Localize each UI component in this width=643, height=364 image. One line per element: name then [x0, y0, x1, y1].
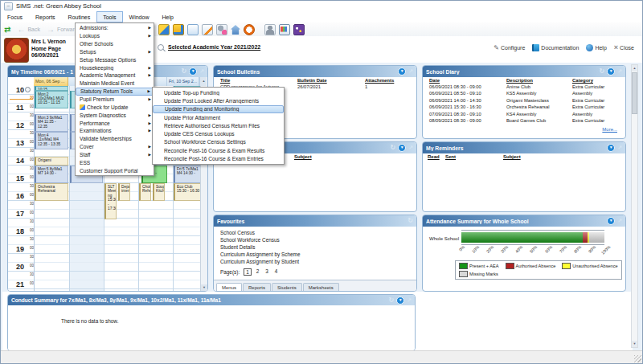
favourites-tab[interactable]: Menus: [216, 283, 242, 291]
toolbar-icon[interactable]: [173, 24, 184, 35]
diary-row[interactable]: 06/09/2021 15:30 - 16:30 Orchestra Rehea…: [423, 104, 625, 111]
forward-button[interactable]: → Forward: [47, 25, 78, 34]
refresh-icon[interactable]: ↻: [599, 68, 604, 75]
timeline-event[interactable]: Eco Club 15:30 - 16:30: [174, 183, 202, 201]
timeline-event[interactable]: Depar tment: [118, 183, 130, 201]
timeline-day-header[interactable]: Fri, 10 Sep 2...: [167, 77, 199, 86]
chevron-down-icon[interactable]: ▼: [607, 144, 615, 152]
tools-menu-item[interactable]: Staff ▶: [76, 151, 154, 159]
close-button[interactable]: ×Close: [614, 43, 634, 51]
scrollbar-thumb[interactable]: [632, 72, 637, 114]
column-header[interactable]: Description: [506, 78, 533, 83]
tools-menu-item[interactable]: System Diagnostics ▶: [76, 111, 154, 119]
popout-icon[interactable]: ↗: [199, 68, 204, 75]
toolbar-icon[interactable]: [158, 24, 170, 35]
favourites-tab[interactable]: Marksheets: [303, 283, 339, 291]
tools-menu-item[interactable]: Statutory Return Tools ▶: [76, 88, 154, 96]
menubar-item[interactable]: Focus: [1, 11, 29, 22]
column-header[interactable]: Date: [429, 78, 440, 83]
refresh-icon[interactable]: ↻: [390, 145, 395, 151]
diary-row[interactable]: 06/09/2021 08:50 - 09:10 KS5 Assembly As…: [423, 91, 625, 97]
chevron-down-icon[interactable]: ▼: [189, 67, 197, 76]
menubar-item[interactable]: Tools: [96, 11, 122, 22]
favourite-link[interactable]: School Workforce Census: [220, 237, 300, 244]
submenu-item[interactable]: School Workforce Census Settings: [153, 138, 284, 146]
column-header[interactable]: Bulletin Date: [297, 78, 327, 83]
toolbar-icon[interactable]: [187, 24, 199, 35]
tools-menu-item[interactable]: Admissions: ▶: [76, 24, 154, 32]
refresh-icon[interactable]: ↻: [181, 68, 186, 75]
refresh-icon[interactable]: ↻: [388, 297, 394, 304]
chevron-down-icon[interactable]: ▼: [398, 67, 406, 76]
tools-menu-item[interactable]: Lookups ▶: [76, 32, 154, 40]
scroll-down-button[interactable]: ▼: [632, 341, 637, 347]
tools-menu-item[interactable]: Check for Update ▶: [76, 103, 154, 111]
toolbar-icon[interactable]: [202, 24, 213, 35]
tools-menu-item[interactable]: Validate Memberships ▶: [76, 135, 154, 143]
favourite-link[interactable]: Curriculum Assignment by Scheme: [220, 252, 300, 259]
submenu-item[interactable]: Reconcile Post-16 Course & Exam Entries: [153, 154, 284, 162]
tools-menu-item[interactable]: Customer Support Portal ▶: [76, 166, 154, 174]
diary-row[interactable]: 06/09/2021 14:00 - 14:30 Origami Masterc…: [423, 98, 625, 104]
documentation-button[interactable]: Documentation: [532, 44, 579, 51]
column-header[interactable]: Subject: [503, 154, 521, 159]
submenu-item[interactable]: Reconcile Post-16 Course & Exam Results: [153, 146, 284, 154]
tools-menu-item[interactable]: Academic Management ▶: [76, 72, 154, 80]
chevron-down-icon[interactable]: ▼: [607, 217, 615, 225]
page-number[interactable]: 2: [255, 268, 261, 276]
scroll-up-button[interactable]: ▲: [199, 77, 207, 86]
timeline-day-header[interactable]: Mon, 06 Sep ...: [34, 77, 68, 86]
submenu-item[interactable]: Update CES Census Lookups: [153, 129, 284, 137]
tools-menu-item[interactable]: Setup Message Options ▶: [76, 55, 154, 63]
timeline-event[interactable]: Mon:3 9x/Ma1 M4 11:35 - 12:35: [35, 114, 68, 132]
favourites-tab[interactable]: Students: [272, 283, 302, 291]
tools-menu-item[interactable]: Examinations ▶: [76, 127, 154, 135]
scroll-down-button[interactable]: ▼: [201, 284, 207, 291]
toolbar-icon[interactable]: [244, 24, 255, 35]
timeline-event[interactable]: Mon:2 10x2/Ma1 MU2 10:15 - 11:15: [35, 91, 68, 108]
submenu-item[interactable]: Update Top-up Funding: [153, 88, 284, 96]
chevron-down-icon[interactable]: ▼: [398, 144, 406, 152]
scroll-up-button[interactable]: ▲: [632, 65, 637, 72]
refresh-icon[interactable]: ↻: [408, 218, 413, 224]
popout-icon[interactable]: ↗: [617, 68, 622, 75]
popout-icon[interactable]: ↗: [408, 68, 413, 75]
diary-row[interactable]: 08/09/2021 08:30 - 09:00 Board Games Clu…: [423, 118, 625, 125]
popout-icon[interactable]: ↗: [408, 145, 413, 151]
resize-grip[interactable]: [634, 355, 641, 362]
toolbar-icon[interactable]: [216, 24, 227, 35]
help-button[interactable]: Help: [586, 44, 606, 51]
diary-row[interactable]: 06/09/2021 08:30 - 09:00 Anime Club Extr…: [423, 84, 625, 91]
submenu-item[interactable]: Update Funding and Monitoring: [153, 105, 284, 113]
tools-menu-item[interactable]: Performance ▶: [76, 119, 154, 127]
favourite-link[interactable]: Student Details: [220, 244, 300, 252]
favourite-link[interactable]: Curriculum Assignment by Student: [220, 259, 300, 266]
column-header[interactable]: Subject: [294, 154, 312, 159]
page-scrollbar[interactable]: ▲ ▼: [631, 64, 638, 348]
chevron-down-icon[interactable]: ▼: [396, 297, 404, 305]
timeline-event[interactable]: Soup Kitche: [153, 183, 165, 201]
submenu-item[interactable]: Update Post Looked After Arrangements: [153, 96, 284, 104]
tools-menu-item[interactable]: ESS ▶: [76, 158, 154, 166]
toolbar-icon[interactable]: [231, 25, 240, 35]
page-number[interactable]: 4: [273, 268, 280, 276]
menubar-item[interactable]: Routines: [62, 11, 97, 22]
column-header[interactable]: Category: [572, 78, 593, 83]
chevron-down-icon[interactable]: ▼: [607, 67, 615, 76]
tools-menu-item[interactable]: Setups ▶: [76, 48, 154, 56]
favourite-link[interactable]: School Census: [220, 230, 300, 237]
timeline-event[interactable]: Origami: [35, 157, 68, 166]
toolbar-icon[interactable]: [293, 24, 305, 35]
page-number[interactable]: 1: [244, 268, 252, 276]
tools-menu-item[interactable]: Cover ▶: [76, 143, 154, 151]
academic-year-link[interactable]: Selected Academic Year 2021/2022: [168, 44, 260, 50]
favourites-tab[interactable]: Reports: [243, 283, 271, 291]
column-header[interactable]: Sent: [445, 154, 456, 159]
diary-row[interactable]: 07/09/2021 08:30 - 09:10 KS4 Assembly As…: [423, 112, 625, 118]
popout-icon[interactable]: ↗: [407, 297, 412, 304]
timeline-event[interactable]: Mon:4 11x/Ma1 M4 12:35 - 13:35: [35, 132, 68, 149]
tools-menu-item[interactable]: Other Schools ▶: [76, 40, 154, 48]
menubar-item[interactable]: Window: [123, 11, 156, 22]
tools-menu-item[interactable]: Maintain Medical Event ▶: [76, 80, 154, 88]
page-number[interactable]: 3: [264, 268, 270, 276]
